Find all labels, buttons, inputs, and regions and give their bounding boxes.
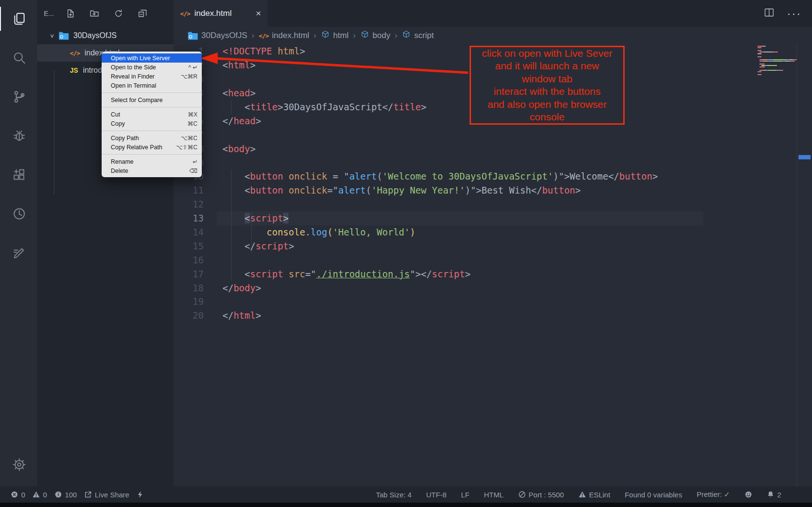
explorer-icon[interactable] [0, 7, 37, 31]
overview-ruler-marker[interactable] [799, 155, 811, 159]
menu-item-copy-relative-path[interactable]: Copy Relative Path⌥⇧⌘C [102, 143, 202, 152]
menu-item-shortcut: ⌥⌘C [181, 135, 198, 142]
menu-item-reveal-in-finder[interactable]: Reveal in Finder⌥⌘R [102, 72, 202, 81]
code-line[interactable]: 9 [173, 156, 812, 169]
status-item-tab-size-4[interactable]: Tab Size: 4 [376, 491, 411, 499]
line-number[interactable]: 13 [173, 213, 204, 223]
code-line[interactable]: 14 console.log('Hello, World') [173, 225, 812, 239]
code-line[interactable]: 10 <button onclick = "alert('Welcome to … [173, 169, 812, 183]
code-line[interactable]: 17 <script src="./introduction.js"></scr… [173, 267, 812, 281]
breadcrumb-item-body[interactable]: body [360, 30, 391, 41]
code-line-content: <html> [204, 60, 256, 70]
menu-item-open-to-the-side[interactable]: Open to the Side^ ↵ [102, 63, 202, 72]
clock-icon[interactable] [0, 202, 37, 226]
tree-indent-guide [54, 71, 54, 195]
line-number[interactable]: 14 [173, 227, 204, 237]
status-item-bolt[interactable] [136, 491, 144, 498]
menu-item-shortcut: ⌥⇧⌘C [176, 144, 197, 151]
new-folder-icon[interactable] [90, 9, 99, 18]
status-item-label: Tab Size: 4 [376, 491, 411, 499]
breadcrumb-item-folder[interactable]: 30DaysOfJS [188, 31, 247, 40]
warning-icon [32, 491, 40, 498]
code-line-content: <script src="./introduction.js"></script… [204, 269, 471, 279]
collapse-all-icon[interactable] [138, 9, 147, 18]
menu-item-cut[interactable]: Cut⌘X [102, 110, 202, 119]
tree-folder-30daysofjs[interactable]: ∨ 30DaysOfJS [37, 27, 173, 44]
code-line[interactable]: 15 </script> [173, 239, 812, 253]
line-number[interactable]: 20 [173, 310, 204, 321]
code-line[interactable]: 11 <button onclick="alert('Happy New Yea… [173, 183, 812, 197]
status-item-0[interactable]: 0 [11, 491, 25, 499]
code-line[interactable]: 19 [173, 295, 812, 309]
code-line-content: <head> [204, 88, 256, 98]
extensions-icon[interactable] [0, 163, 37, 187]
source-control-icon[interactable] [0, 85, 37, 109]
info-icon [54, 491, 62, 498]
close-icon[interactable]: × [256, 8, 261, 19]
status-item-label: 0 [43, 491, 47, 499]
pen-icon[interactable] [0, 241, 37, 265]
menu-item-shortcut: ^ ↵ [188, 64, 197, 71]
status-item-live-share[interactable]: Live Share [84, 491, 130, 499]
menu-item-select-for-compare[interactable]: Select for Compare [102, 95, 202, 104]
menu-item-copy-path[interactable]: Copy Path⌥⌘C [102, 133, 202, 143]
code-line[interactable]: 20</html> [173, 309, 812, 323]
breadcrumb-item-html[interactable]: html [321, 30, 349, 41]
status-item-utf-8[interactable]: UTF-8 [426, 491, 447, 499]
bolt-icon [136, 491, 144, 498]
code-line[interactable]: 12 [173, 197, 812, 211]
menu-separator [102, 154, 202, 155]
minimap[interactable] [758, 46, 797, 76]
split-editor-icon[interactable] [764, 7, 774, 20]
line-number[interactable]: 19 [173, 296, 204, 307]
breadcrumb-item-file[interactable]: </> index.html [259, 31, 309, 40]
code-line[interactable]: 8<body> [173, 142, 812, 156]
status-item-0[interactable]: 0 [32, 491, 47, 499]
status-item-2[interactable]: 2 [767, 491, 781, 499]
line-number[interactable]: 12 [173, 199, 204, 209]
breadcrumb-item-script[interactable]: script [402, 30, 434, 41]
code-line[interactable]: 13 <script> [173, 211, 812, 225]
menu-separator [102, 130, 202, 131]
line-number[interactable]: 11 [173, 185, 204, 195]
menu-item-copy[interactable]: Copy⌘C [102, 119, 202, 128]
vscode-window: E... ∨ 30DaysOfJS </> index.html JS intr… [0, 0, 812, 507]
annotation-line: interact with the buttons [471, 85, 623, 98]
menu-item-label: Cut [111, 111, 120, 118]
status-item-label: UTF-8 [426, 491, 447, 499]
status-item-prettier[interactable]: Prettier: ✓ [696, 490, 730, 499]
status-item-html[interactable]: HTML [484, 491, 504, 499]
status-item-found-0-variables[interactable]: Found 0 variables [625, 491, 682, 499]
line-number[interactable]: 17 [173, 269, 204, 279]
breadcrumb: 30DaysOfJS › </> index.html › html › bod… [173, 27, 812, 44]
new-file-icon[interactable] [65, 9, 75, 18]
status-item-100[interactable]: 100 [54, 491, 77, 499]
code-line-content: <!DOCTYPE html> [204, 46, 305, 56]
debug-icon[interactable] [0, 124, 37, 148]
menu-item-rename[interactable]: Rename↵ [102, 157, 202, 166]
settings-icon[interactable] [0, 453, 37, 477]
status-item-eslint[interactable]: ESLint [578, 491, 610, 499]
refresh-icon[interactable] [114, 9, 123, 18]
menu-item-open-with-live-server[interactable]: Open with Live Server [102, 53, 202, 63]
search-icon[interactable] [0, 46, 37, 70]
explorer-title: E... [44, 10, 54, 17]
menu-item-open-in-terminal[interactable]: Open in Terminal [102, 81, 202, 90]
html-file-icon: </> [180, 10, 190, 17]
code-line[interactable]: 18</body> [173, 281, 812, 295]
code-line[interactable]: 7 [173, 128, 812, 142]
line-number[interactable]: 16 [173, 255, 204, 265]
folder-icon [59, 32, 69, 40]
symbol-icon [321, 30, 330, 41]
window-bottom-edge [0, 503, 812, 507]
line-number[interactable]: 15 [173, 241, 204, 251]
menu-item-label: Open to the Side [111, 64, 156, 71]
status-bar: 00100Live Share Tab Size: 4UTF-8LFHTMLPo… [0, 486, 812, 503]
code-line[interactable]: 16 [173, 253, 812, 267]
menu-item-delete[interactable]: Delete⌫ [102, 166, 202, 175]
status-item-port-5500[interactable]: Port : 5500 [518, 491, 564, 499]
status-item-lf[interactable]: LF [461, 491, 470, 499]
line-number[interactable]: 18 [173, 283, 204, 293]
tab-index-html[interactable]: </> index.html × [173, 0, 268, 27]
status-item-smiley[interactable] [745, 491, 752, 498]
